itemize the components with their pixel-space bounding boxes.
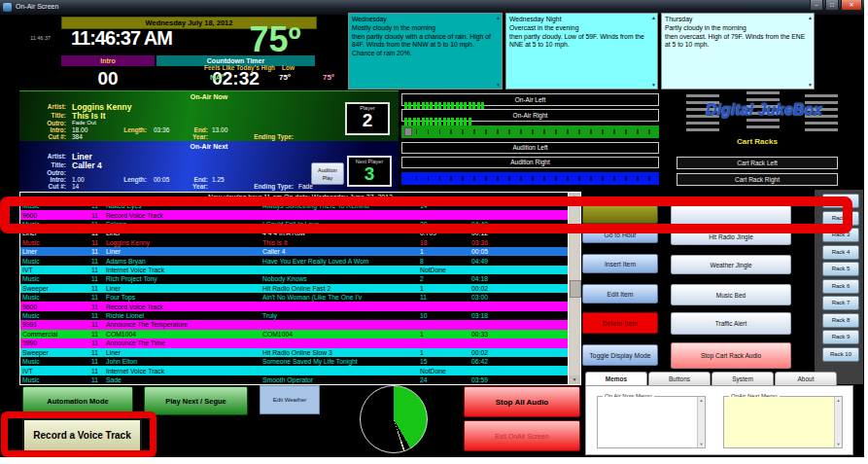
side-button[interactable]: Insert Item bbox=[582, 254, 658, 273]
side-button[interactable]: Toggle Display Mode bbox=[582, 344, 658, 366]
edit-weather-button[interactable]: Edit Weather bbox=[260, 385, 320, 414]
rack-tab[interactable]: Rack 6 bbox=[822, 279, 859, 294]
end-value: 1.25 bbox=[212, 176, 225, 183]
row-hour: 11 bbox=[91, 331, 106, 338]
audition-right-label: Audition Right bbox=[402, 158, 658, 167]
row-hour: 11 bbox=[91, 358, 106, 365]
playlist-row[interactable]: Music 11 John Elton Someone Saved My Lif… bbox=[20, 357, 568, 366]
next-player-box: Next Player 3 bbox=[347, 156, 392, 187]
on-air-screen-window: On-Air Screen – □ ✕ Wednesday July 18, 2… bbox=[0, 0, 864, 457]
scroll-down-icon[interactable]: ▼ bbox=[496, 82, 501, 89]
rack-tab[interactable]: Rack 5 bbox=[822, 262, 859, 276]
tab[interactable]: Memos bbox=[585, 372, 647, 386]
playlist-row[interactable]: Music 11 Richie Lionel Truly 10 03:18 bbox=[20, 311, 568, 320]
scroll-up-icon[interactable]: ▲ bbox=[496, 15, 501, 21]
audition-play-button[interactable]: Audition Play bbox=[311, 162, 344, 185]
forecast-box[interactable]: Thursday Partly cloudy in the morning th… bbox=[661, 13, 815, 89]
row-time: 04:49 bbox=[471, 258, 568, 265]
rack-tab[interactable]: Rack 9 bbox=[822, 330, 859, 344]
close-button[interactable]: ✕ bbox=[841, 0, 862, 11]
playlist-row[interactable]: Music 11 Loggins Kenny This Is It 18 03:… bbox=[20, 238, 568, 247]
cart-button[interactable]: Weather Jingle bbox=[671, 255, 791, 274]
rack-tab[interactable]: Rack 7 bbox=[822, 296, 859, 310]
rack-tab[interactable]: Rack 4 bbox=[822, 245, 859, 260]
scroll-up-icon[interactable]: ▲ bbox=[651, 15, 656, 21]
scroll-down-icon[interactable]: ▼ bbox=[651, 82, 656, 89]
scroll-up-icon[interactable]: ▲ bbox=[835, 398, 842, 403]
playlist-row[interactable]: Liner 11 Liner Caller 4 1 00:05 bbox=[20, 247, 568, 256]
tab-label: Memos bbox=[606, 375, 627, 382]
low-value: 75º bbox=[323, 73, 334, 82]
cart-button[interactable]: Music Bed bbox=[671, 284, 791, 305]
playlist-row[interactable]: Sweeper 11 Liner Hit Radio Online Fast 2… bbox=[20, 284, 568, 293]
side-button[interactable]: Delete Item bbox=[582, 312, 658, 334]
row-title: Caller 4 bbox=[262, 248, 420, 255]
playlist-row[interactable]: Commercial 11 COM1004 COM1004 1 00:33 bbox=[20, 330, 568, 339]
row-artist: Announce The Time bbox=[106, 339, 262, 346]
row-title: Smooth Operator bbox=[262, 376, 420, 383]
annotation-highlight-record-button bbox=[1, 411, 156, 457]
side-button-label: Toggle Display Mode bbox=[589, 352, 650, 359]
slider-ticks bbox=[405, 176, 655, 181]
row-category: 9990 bbox=[20, 339, 91, 346]
cart-button[interactable]: Traffic Alert bbox=[671, 312, 791, 335]
playlist-row[interactable]: IVT 11 Internet Voice Track NotDone bbox=[20, 266, 568, 274]
feels-like-label: Feels Like bbox=[204, 64, 234, 71]
playlist-row[interactable]: Sweeper 11 Liner Hit Radio Online Slow 3… bbox=[20, 348, 568, 357]
row-artist: COM1004 bbox=[106, 331, 262, 338]
minimize-button[interactable]: – bbox=[810, 0, 823, 11]
audition-volume-slider[interactable] bbox=[401, 172, 659, 185]
audition-left-meter: Audition Left bbox=[401, 142, 659, 154]
tab[interactable]: About bbox=[775, 372, 837, 386]
forecast-box[interactable]: Wednesday Mostly cloudy in the morning t… bbox=[348, 13, 503, 89]
row-hour: 11 bbox=[91, 368, 106, 375]
scrollbar-thumb[interactable] bbox=[570, 280, 581, 298]
memo-scrollbar[interactable]: ▲▼ bbox=[834, 397, 842, 447]
exit-onair-screen-button[interactable]: Exit OnAir Screen bbox=[464, 420, 580, 451]
playlist-row[interactable]: Music 11 Adams Bryan Have You Ever Reall… bbox=[20, 256, 568, 265]
window-title: On-Air Screen bbox=[16, 3, 58, 10]
cart-button-label: Hit Radio Jingle bbox=[709, 233, 753, 240]
tab[interactable]: System bbox=[712, 372, 774, 386]
row-artist: Announce The Temperature bbox=[106, 321, 262, 328]
row-artist: Record Voice Track bbox=[106, 303, 262, 310]
maximize-button[interactable]: □ bbox=[825, 0, 839, 11]
playlist-row[interactable]: 9991 11 Announce The Temperature bbox=[20, 320, 568, 329]
cart-rack-right-button[interactable]: Cart Rack Right bbox=[677, 173, 838, 186]
row-hour: 11 bbox=[91, 294, 106, 301]
playlist-row[interactable]: 9990 11 Announce The Time bbox=[20, 339, 568, 347]
scroll-up-icon[interactable]: ▲ bbox=[808, 15, 813, 21]
cart-rack-left-button[interactable]: Cart Rack Left bbox=[677, 157, 838, 169]
slider-thumb[interactable] bbox=[404, 127, 412, 136]
cart-button[interactable]: Stop Cart Rack Audio bbox=[671, 342, 791, 369]
scroll-up-icon[interactable]: ▲ bbox=[698, 398, 705, 403]
memo-scrollbar[interactable]: ▲▼ bbox=[697, 397, 705, 447]
intro-label: Intro bbox=[61, 55, 155, 66]
scroll-down-icon[interactable]: ▼ bbox=[808, 82, 813, 89]
on-air-next-memo-text[interactable] bbox=[724, 397, 842, 447]
on-air-now-memo-text[interactable] bbox=[598, 397, 705, 447]
playlist-row[interactable]: 9600 11 Record Voice Track bbox=[20, 302, 568, 310]
on-air-volume-slider[interactable] bbox=[401, 125, 659, 138]
stop-all-audio-button[interactable]: Stop All Audio bbox=[464, 386, 580, 417]
playlist-row[interactable]: Music 11 Sade Smooth Operator 24 03:59 bbox=[20, 375, 568, 384]
tab[interactable]: Buttons bbox=[648, 372, 711, 386]
playlist-row[interactable]: Music 11 Rich Project Tony Nobody Knows … bbox=[20, 274, 568, 283]
scroll-down-icon[interactable]: ▼ bbox=[835, 442, 842, 446]
side-button[interactable]: Edit Item bbox=[582, 284, 658, 303]
playlist-row[interactable]: IVT 11 Internet Voice Track NotDone bbox=[20, 366, 568, 375]
scroll-down-icon[interactable]: ▼ bbox=[569, 375, 580, 384]
playlist-row[interactable]: Music 11 Four Tops Ain't No Woman (Like … bbox=[20, 293, 568, 302]
cart-button-label: Stop Cart Rack Audio bbox=[701, 352, 761, 359]
rack-tab[interactable]: Rack 10 bbox=[822, 347, 859, 362]
rack-tab[interactable]: Rack 8 bbox=[822, 313, 859, 328]
forecast-box[interactable]: Wednesday Night Overcast in the evening … bbox=[505, 13, 658, 89]
cart-button-label: Traffic Alert bbox=[715, 320, 747, 327]
row-count: 1 bbox=[420, 331, 471, 338]
player-box: Player 2 bbox=[345, 102, 390, 135]
scroll-down-icon[interactable]: ▼ bbox=[698, 442, 705, 446]
artist-label: Artist: bbox=[41, 153, 66, 160]
play-next-segue-button[interactable]: Play Next / Segue bbox=[144, 386, 248, 415]
low-label: Low bbox=[282, 64, 295, 71]
ending-type-label: Ending Type: bbox=[251, 133, 294, 140]
